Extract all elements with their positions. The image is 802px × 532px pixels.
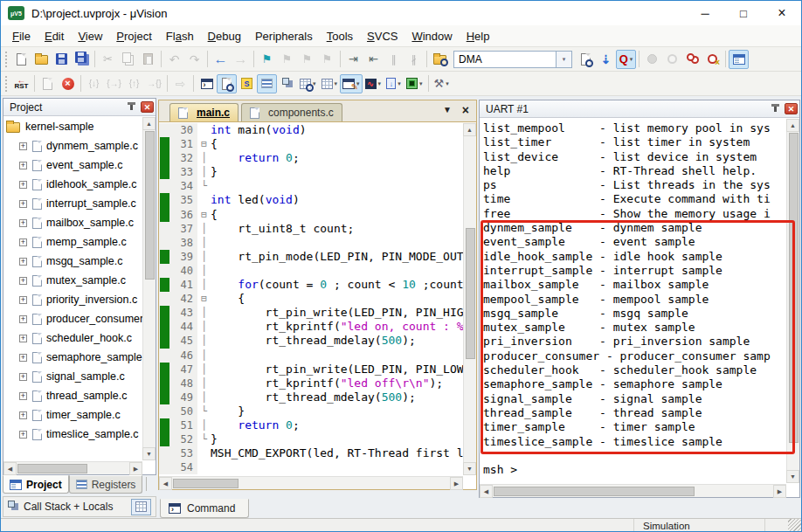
tree-item-interrupt-sample-c[interactable]: +interrupt_sample.c: [3, 194, 142, 213]
kill-all-breakpoints-icon[interactable]: [702, 50, 722, 69]
close-button[interactable]: ×: [763, 1, 801, 25]
disable-all-breakpoints-icon[interactable]: [682, 50, 702, 69]
menu-help[interactable]: Help: [460, 27, 497, 45]
toolbox-icon[interactable]: ▾: [404, 74, 425, 93]
step-into-icon[interactable]: {↓}: [84, 74, 104, 93]
menu-view[interactable]: View: [71, 27, 109, 45]
minimize-button[interactable]: ─: [686, 1, 724, 25]
search-input[interactable]: DMA▾: [453, 50, 572, 68]
fold-marker[interactable]: ⊟: [197, 208, 211, 222]
fold-marker[interactable]: ⊟: [197, 137, 211, 151]
disassembly-window-icon[interactable]: [217, 74, 237, 93]
scroll-down-button[interactable]: [786, 470, 799, 483]
scroll-right-button[interactable]: [773, 485, 786, 498]
outdent-icon[interactable]: ⇤: [363, 50, 384, 69]
step-out-icon[interactable]: {↑}: [124, 74, 144, 93]
menu-edit[interactable]: Edit: [38, 27, 71, 45]
call-stack-bar[interactable]: Call Stack + Locals: [3, 496, 156, 517]
memory-window-icon[interactable]: ▾: [319, 74, 341, 93]
scroll-up-button[interactable]: [463, 123, 476, 136]
dropdown-arrow-icon[interactable]: ▾: [630, 56, 633, 63]
tree-item-msgq-sample-c[interactable]: +msgq_sample.c: [3, 252, 142, 271]
word-search-icon[interactable]: Q▾: [616, 50, 636, 69]
redo-icon[interactable]: ↷: [184, 50, 204, 69]
scroll-right-button[interactable]: [129, 462, 142, 475]
project-hscrollbar[interactable]: [3, 461, 142, 474]
scroll-left-button[interactable]: [3, 462, 17, 475]
save-icon[interactable]: [52, 50, 72, 69]
expand-icon[interactable]: +: [19, 373, 27, 381]
run-to-cursor-icon[interactable]: →{}: [144, 74, 164, 93]
find-icon[interactable]: [576, 50, 596, 69]
tree-item-priority-inversion-c[interactable]: +priority_inversion.c: [3, 290, 142, 309]
expand-icon[interactable]: +: [19, 258, 27, 266]
expand-icon[interactable]: +: [19, 238, 27, 246]
new-file-icon[interactable]: [11, 50, 31, 69]
pin-icon[interactable]: [774, 106, 777, 112]
code-editor[interactable]: 30int main(void)31⊟{32│ return 0;33│}34└…: [159, 123, 463, 475]
editor-vscrollbar[interactable]: [463, 123, 476, 475]
tab-project[interactable]: Project: [3, 475, 69, 494]
save-all-icon[interactable]: [72, 50, 92, 69]
toolbar-grip[interactable]: [5, 76, 9, 92]
pin-icon[interactable]: [130, 104, 133, 110]
project-vscrollbar[interactable]: [142, 117, 156, 460]
expand-icon[interactable]: +: [19, 411, 27, 419]
open-file-icon[interactable]: [31, 50, 52, 69]
uart-vscrollbar[interactable]: [786, 119, 799, 483]
indent-icon[interactable]: ⇥: [343, 50, 363, 69]
insert-breakpoint-icon[interactable]: [642, 50, 662, 69]
scrollbar-thumb[interactable]: [173, 479, 239, 488]
tree-root-kernel-sample[interactable]: kernel-sample: [3, 117, 142, 136]
scroll-left-button[interactable]: [159, 477, 172, 490]
scroll-down-button[interactable]: [463, 462, 476, 475]
scrollbar-thumb[interactable]: [466, 228, 475, 359]
dropdown-arrow-icon[interactable]: ▾: [378, 80, 382, 87]
tree-item-timeslice-sample-c[interactable]: +timeslice_sample.c: [3, 425, 142, 444]
dropdown-arrow-icon[interactable]: ▾: [335, 80, 338, 87]
expand-icon[interactable]: +: [19, 392, 27, 400]
tab-registers[interactable]: Registers: [69, 475, 143, 494]
tree-item-thread-sample-c[interactable]: +thread_sample.c: [3, 386, 142, 405]
menu-peripherals[interactable]: Peripherals: [248, 27, 320, 45]
copy-icon[interactable]: [118, 50, 138, 69]
scroll-down-button[interactable]: [142, 447, 156, 460]
expand-icon[interactable]: +: [19, 219, 27, 227]
tab-list-dropdown-icon[interactable]: ▼: [443, 105, 452, 114]
bookmark-next-icon[interactable]: ⚑: [297, 50, 317, 69]
close-icon[interactable]: ✕: [141, 101, 154, 113]
reset-icon[interactable]: ←RST: [11, 74, 31, 93]
expand-icon[interactable]: +: [19, 200, 27, 208]
registers-window-icon[interactable]: [257, 74, 277, 93]
call-stack-window-icon[interactable]: [277, 74, 297, 93]
expand-icon[interactable]: +: [19, 296, 27, 304]
tree-item-semaphore-sample-c[interactable]: +semaphore_sample.c: [3, 348, 142, 367]
bookmark-toggle-icon[interactable]: ⚑: [257, 50, 277, 69]
scrollbar-thumb[interactable]: [789, 133, 799, 443]
debug-settings-icon[interactable]: ⚒▾: [432, 74, 452, 93]
scroll-up-button[interactable]: [786, 119, 799, 132]
dropdown-arrow-icon[interactable]: ▾: [419, 80, 423, 87]
menu-window[interactable]: Window: [404, 27, 459, 45]
paste-icon[interactable]: [138, 50, 158, 69]
comment-icon[interactable]: ∥: [384, 50, 404, 69]
tree-item-memp-sample-c[interactable]: +memp_sample.c: [3, 232, 142, 252]
run-icon[interactable]: [38, 74, 58, 93]
tree-item-mutex-sample-c[interactable]: +mutex_sample.c: [3, 271, 142, 290]
tree-item-event-sample-c[interactable]: +event_sample.c: [3, 155, 142, 175]
navigate-back-icon[interactable]: ←: [211, 50, 231, 69]
fold-marker[interactable]: ⊟: [197, 292, 211, 306]
expand-icon[interactable]: +: [19, 431, 27, 439]
logic-analyzer-icon[interactable]: ▾: [363, 74, 384, 93]
bookmark-prev-icon[interactable]: ⚑: [277, 50, 297, 69]
step-over-icon[interactable]: {→}: [104, 74, 124, 93]
scroll-right-button[interactable]: [450, 477, 463, 490]
bookmark-clear-icon[interactable]: ⚑: [317, 50, 337, 69]
dropdown-arrow-icon[interactable]: ▾: [446, 80, 449, 87]
expand-icon[interactable]: +: [19, 162, 27, 169]
expand-icon[interactable]: +: [19, 181, 27, 189]
menu-flash[interactable]: Flash: [159, 27, 201, 45]
menu-debug[interactable]: Debug: [201, 27, 248, 45]
uncomment-icon[interactable]: ∦: [404, 50, 424, 69]
menu-project[interactable]: Project: [109, 27, 158, 45]
